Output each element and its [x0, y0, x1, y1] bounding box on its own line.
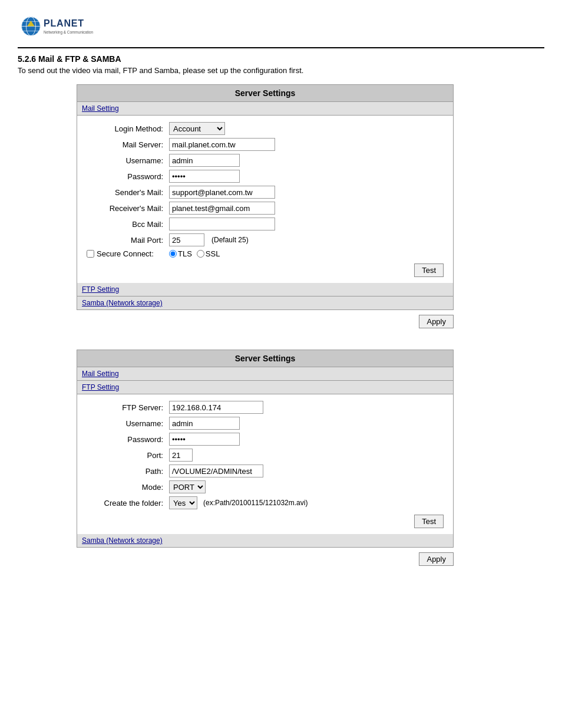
username-label-2: Username:: [87, 419, 169, 428]
ftp-path-label: Path:: [87, 467, 169, 476]
ftp-path-input[interactable]: [169, 465, 263, 477]
ftp-server-field: [169, 401, 263, 414]
secure-connect-field: TLS SSL: [169, 249, 220, 258]
create-folder-example: (ex:Path/20100115/121032m.avi): [203, 499, 308, 507]
page-title: 5.2.6 Mail & FTP & SAMBA: [18, 54, 544, 64]
ftp-server-row: FTP Server:: [87, 401, 444, 414]
apply-row-2: Apply: [77, 552, 454, 566]
receivers-mail-row: Receiver's Mail:: [87, 202, 444, 215]
username-input-2[interactable]: [169, 417, 240, 430]
receivers-mail-label: Receiver's Mail:: [87, 204, 169, 213]
logo-area: PLANET Networking & Communication: [18, 12, 544, 41]
ftp-path-row: Path:: [87, 465, 444, 477]
login-method-label: Login Method:: [87, 124, 169, 133]
ftp-mode-field: PORT PASV: [169, 480, 206, 493]
test-button-1[interactable]: Test: [414, 263, 444, 277]
ftp-server-input[interactable]: [169, 401, 263, 414]
test-button-2[interactable]: Test: [414, 515, 444, 528]
login-method-field: Account Anonymous: [169, 122, 225, 135]
samba-setting-label-1[interactable]: Samba (Network storage): [77, 297, 453, 309]
username-row-2: Username:: [87, 417, 444, 430]
ftp-port-row: Port:: [87, 449, 444, 462]
ftp-mode-row: Mode: PORT PASV: [87, 480, 444, 493]
ftp-setting-label-1[interactable]: FTP Setting: [77, 283, 453, 297]
mail-setting-label-1[interactable]: Mail Setting: [77, 102, 453, 116]
username-input-1[interactable]: [169, 154, 240, 167]
password-input-2[interactable]: [169, 433, 240, 446]
secure-connect-row: Secure Connect: TLS SSL: [87, 249, 444, 258]
tls-radio[interactable]: [169, 250, 177, 258]
password-label-2: Password:: [87, 435, 169, 444]
ftp-server-label: FTP Server:: [87, 403, 169, 412]
ftp-port-input[interactable]: [169, 449, 193, 462]
create-folder-field: Yes No (ex:Path/20100115/121032m.avi): [169, 496, 308, 509]
secure-connect-label: Secure Connect:: [97, 249, 154, 258]
password-label-1: Password:: [87, 172, 169, 181]
panel2-header: Server Settings: [77, 350, 453, 367]
test-button-row-2: Test: [87, 512, 444, 531]
mail-server-input[interactable]: [169, 138, 275, 151]
create-folder-label: Create the folder:: [87, 499, 169, 508]
ftp-setting-label-2[interactable]: FTP Setting: [77, 381, 453, 394]
username-label-1: Username:: [87, 156, 169, 165]
mail-setting-content: Login Method: Account Anonymous Mail Ser…: [77, 116, 453, 283]
header-divider: [18, 47, 544, 48]
senders-mail-row: Sender's Mail:: [87, 186, 444, 199]
bcc-mail-row: Bcc Mail:: [87, 218, 444, 230]
password-field-1: [169, 170, 240, 183]
svg-text:Networking & Communication: Networking & Communication: [44, 30, 94, 35]
bcc-mail-field: [169, 218, 275, 230]
tls-label: TLS: [178, 249, 192, 258]
mail-server-row: Mail Server:: [87, 138, 444, 151]
mail-setting-label-2[interactable]: Mail Setting: [77, 367, 453, 381]
mail-port-input[interactable]: [169, 233, 204, 246]
panel1-header: Server Settings: [77, 85, 453, 102]
create-folder-row: Create the folder: Yes No (ex:Path/20100…: [87, 496, 444, 509]
senders-mail-field: [169, 186, 275, 199]
bcc-mail-label: Bcc Mail:: [87, 220, 169, 229]
password-row-1: Password:: [87, 170, 444, 183]
username-field-2: [169, 417, 240, 430]
secure-connect-outer: Secure Connect:: [87, 249, 169, 258]
samba-setting-label-2[interactable]: Samba (Network storage): [77, 534, 453, 547]
secure-connect-checkbox[interactable]: [87, 250, 94, 258]
login-method-select[interactable]: Account Anonymous: [169, 122, 225, 135]
ftp-port-field: [169, 449, 193, 462]
ftp-mode-label: Mode:: [87, 483, 169, 492]
tls-radio-label: TLS: [169, 249, 192, 258]
server-panel-1: Server Settings Mail Setting Login Metho…: [77, 84, 454, 310]
ftp-path-field: [169, 465, 263, 477]
apply-button-2[interactable]: Apply: [419, 552, 454, 566]
ssl-radio-label: SSL: [197, 249, 220, 258]
login-method-row: Login Method: Account Anonymous: [87, 122, 444, 135]
mail-port-default: (Default 25): [211, 236, 249, 244]
secure-connect-checkbox-row: Secure Connect:: [87, 249, 163, 258]
password-input-1[interactable]: [169, 170, 240, 183]
mail-port-row: Mail Port: (Default 25): [87, 233, 444, 246]
ftp-mode-select[interactable]: PORT PASV: [169, 480, 206, 493]
ssl-radio[interactable]: [197, 250, 204, 258]
page-description: To send out the video via mail, FTP and …: [18, 66, 544, 75]
mail-port-field: (Default 25): [169, 233, 249, 246]
server-panel-2: Server Settings Mail Setting FTP Setting…: [77, 350, 454, 548]
svg-text:PLANET: PLANET: [44, 18, 84, 28]
username-row-1: Username:: [87, 154, 444, 167]
apply-button-1[interactable]: Apply: [419, 315, 454, 328]
password-row-2: Password:: [87, 433, 444, 446]
username-field-1: [169, 154, 240, 167]
senders-mail-input[interactable]: [169, 186, 275, 199]
receivers-mail-field: [169, 202, 275, 215]
create-folder-select[interactable]: Yes No: [169, 496, 197, 509]
senders-mail-label: Sender's Mail:: [87, 188, 169, 197]
mail-server-label: Mail Server:: [87, 140, 169, 149]
receivers-mail-input[interactable]: [169, 202, 275, 215]
ftp-port-label: Port:: [87, 451, 169, 460]
mail-port-label: Mail Port:: [87, 236, 169, 245]
test-button-row-1: Test: [87, 261, 444, 279]
mail-server-field: [169, 138, 275, 151]
password-field-2: [169, 433, 240, 446]
ftp-setting-content: FTP Server: Username: Password: Port:: [77, 394, 453, 534]
ssl-label: SSL: [206, 249, 220, 258]
apply-row-1: Apply: [77, 315, 454, 328]
bcc-mail-input[interactable]: [169, 218, 275, 230]
